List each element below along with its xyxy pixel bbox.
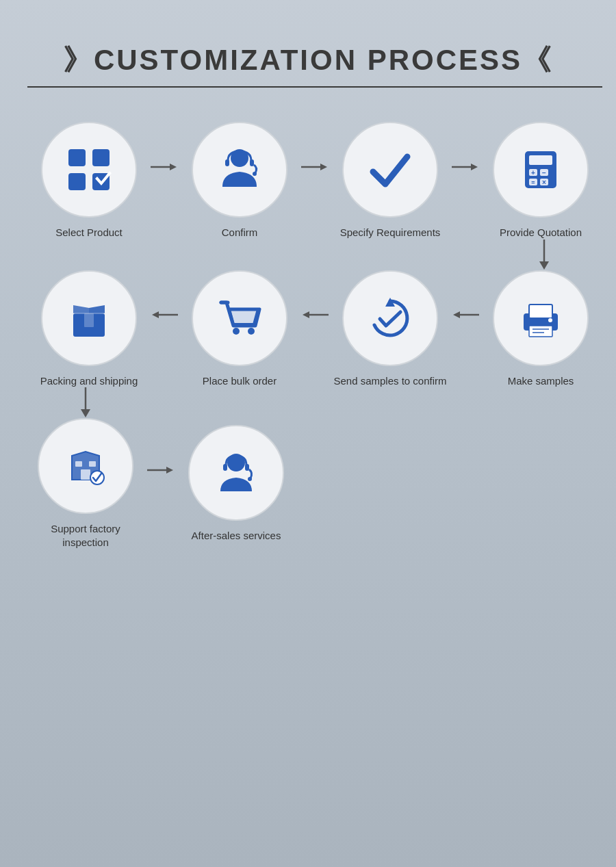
- svg-rect-45: [84, 313, 94, 327]
- arrow-left-1: [448, 305, 483, 325]
- process-flow: Select Product: [27, 122, 589, 549]
- step-make-samples-label: Make samples: [508, 374, 574, 388]
- step-select-product-label: Select Product: [55, 226, 123, 240]
- step-packing-shipping: Packing and shipping: [31, 270, 147, 388]
- step-place-bulk-order-label: Place bulk order: [203, 374, 277, 388]
- row1: Select Product: [27, 122, 602, 240]
- svg-marker-12: [320, 164, 327, 170]
- svg-marker-37: [303, 311, 309, 318]
- step-select-product: Select Product: [31, 122, 147, 240]
- step-make-samples-circle: [493, 270, 589, 366]
- step-confirm-label: Confirm: [222, 226, 258, 240]
- step-provide-quotation-label: Provide Quotation: [500, 226, 582, 240]
- page-title: 》CUSTOMIZATION PROCESS《: [27, 41, 589, 79]
- step-provide-quotation: + − = × Provide Quotation: [483, 122, 599, 240]
- title-divider: [27, 86, 602, 88]
- make-samples-icon: [517, 294, 565, 342]
- after-sales-icon: [212, 449, 260, 497]
- arrow-right-4: [144, 460, 178, 480]
- svg-rect-49: [75, 461, 82, 467]
- svg-point-39: [248, 328, 255, 335]
- step-specify-requirements: Specify Requirements: [332, 122, 448, 240]
- place-bulk-order-icon: [216, 294, 264, 342]
- svg-marker-34: [453, 311, 460, 318]
- step-confirm-circle: [192, 122, 287, 218]
- step-select-product-circle: [41, 122, 137, 218]
- svg-rect-0: [68, 149, 86, 166]
- step-packing-shipping-circle: [41, 270, 137, 366]
- chevron-left-icon: 》: [63, 44, 94, 76]
- svg-point-38: [233, 328, 240, 335]
- step-packing-shipping-label: Packing and shipping: [40, 374, 138, 388]
- step-support-factory-label: Support factory inspection: [27, 522, 144, 549]
- svg-marker-14: [471, 164, 478, 170]
- svg-text:=: =: [531, 179, 535, 186]
- svg-marker-26: [539, 261, 549, 270]
- svg-rect-2: [68, 173, 86, 190]
- step-after-sales-circle: [188, 425, 284, 521]
- step-make-samples: Make samples: [483, 270, 599, 388]
- support-factory-icon: [62, 442, 110, 490]
- row3: Support factory inspection: [27, 418, 602, 549]
- step-support-factory: Support factory inspection: [27, 418, 144, 549]
- svg-marker-53: [166, 467, 173, 474]
- arrow-right-2: [298, 157, 332, 177]
- step-provide-quotation-circle: + − = ×: [493, 122, 589, 218]
- step-specify-requirements-circle: [342, 122, 438, 218]
- row2: Make samples: [27, 270, 602, 388]
- select-product-icon: [65, 146, 113, 194]
- svg-marker-47: [81, 409, 90, 417]
- svg-rect-29: [529, 326, 552, 337]
- arrow-left-2: [298, 305, 332, 325]
- arrow-right-1: [147, 157, 181, 177]
- step-send-samples: Send samples to confirm: [332, 270, 448, 388]
- arrow-right-3: [448, 157, 483, 177]
- svg-rect-16: [529, 155, 552, 165]
- svg-rect-1: [92, 149, 110, 166]
- step-after-sales: After-sales services: [178, 425, 294, 543]
- svg-rect-9: [250, 159, 254, 166]
- connector-down-2: [27, 387, 602, 418]
- step-after-sales-label: After-sales services: [192, 529, 281, 543]
- connector-down-1: [27, 240, 602, 270]
- svg-text:+: +: [531, 169, 535, 177]
- step-place-bulk-order-circle: [192, 270, 287, 366]
- chevron-right-icon: 《: [522, 44, 553, 76]
- step-send-samples-label: Send samples to confirm: [333, 374, 446, 388]
- svg-point-32: [548, 318, 552, 322]
- svg-marker-6: [170, 164, 177, 170]
- provide-quotation-icon: + − = ×: [517, 146, 565, 194]
- page-container: 》CUSTOMIZATION PROCESS《 Select Pro: [0, 0, 616, 867]
- svg-point-10: [253, 172, 257, 176]
- step-support-factory-circle: [38, 418, 133, 514]
- svg-text:−: −: [542, 169, 546, 177]
- svg-marker-42: [152, 311, 159, 318]
- send-samples-icon: [366, 294, 414, 342]
- packing-shipping-icon: [65, 294, 113, 342]
- step-specify-requirements-label: Specify Requirements: [340, 226, 441, 240]
- specify-requirements-icon: [366, 146, 414, 194]
- svg-point-57: [248, 477, 252, 481]
- confirm-icon: [216, 146, 264, 194]
- step-place-bulk-order: Place bulk order: [181, 270, 298, 388]
- arrow-left-3: [147, 305, 181, 325]
- title-section: 》CUSTOMIZATION PROCESS《: [27, 41, 589, 88]
- svg-text:×: ×: [542, 179, 546, 186]
- step-confirm: Confirm: [181, 122, 298, 240]
- svg-rect-55: [223, 464, 227, 471]
- svg-rect-50: [89, 461, 96, 467]
- step-send-samples-circle: [342, 270, 438, 366]
- svg-rect-8: [225, 159, 229, 166]
- svg-rect-48: [81, 469, 90, 480]
- svg-rect-28: [529, 305, 552, 318]
- svg-rect-56: [245, 464, 249, 471]
